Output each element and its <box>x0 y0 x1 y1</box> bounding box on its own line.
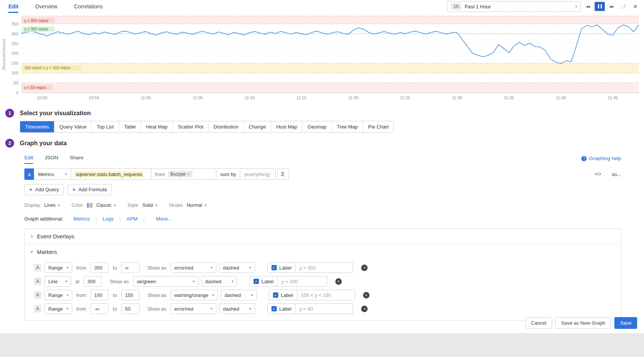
remove-marker-icon[interactable]: × <box>335 278 342 285</box>
marker-severity-select[interactable]: error/red▾ <box>171 262 216 273</box>
remove-scope-icon[interactable]: × <box>187 172 190 176</box>
footer-actions: Cancel Save as New Graph Save <box>525 317 637 329</box>
caret-down-icon: ▾ <box>65 280 67 283</box>
markers-header[interactable]: › Markers <box>25 244 621 260</box>
restart-icon[interactable]: ↺ <box>619 2 628 11</box>
tab-edit[interactable]: Edit <box>8 0 18 13</box>
tab-editor-edit[interactable]: Edit <box>24 155 33 164</box>
marker-to-input[interactable]: 150 <box>121 290 140 300</box>
viz-option-change[interactable]: Change <box>243 121 271 132</box>
graphing-help-link[interactable]: ? Graphing help <box>581 155 621 164</box>
marker-label-toggle[interactable]: ✓ Label <box>269 290 297 300</box>
timeseries-chart[interactable]: 050100150200250300350y > 350 reqs/sy = 3… <box>0 13 644 103</box>
marker-from-input[interactable]: -∞ <box>90 303 109 314</box>
metric-input[interactable]: sqlserver.stats.batch_requests <box>71 168 151 180</box>
caret-down-icon: ▾ <box>251 294 253 297</box>
marker-from-input[interactable]: 350 <box>90 262 109 273</box>
checkbox-checked-icon[interactable]: ✓ <box>254 279 259 284</box>
viz-type-switcher: Timeseries Query Value Top List Table He… <box>20 121 394 133</box>
marker-from-input[interactable]: 100 <box>90 290 109 300</box>
checkbox-checked-icon[interactable]: ✓ <box>273 292 278 298</box>
marker-label-toggle[interactable]: ✓ Label <box>267 303 296 314</box>
marker-row: A Line▾ at 300 Show as ok/green▾ dashed▾ <box>34 276 615 287</box>
query-row: a Metrics ▾ sqlserver.stats.batch_reques… <box>24 168 621 180</box>
viz-option-table[interactable]: Table <box>119 121 141 132</box>
marker-line-style-select[interactable]: dashed▾ <box>201 276 237 287</box>
marker-type-select[interactable]: Range▾ <box>44 303 72 314</box>
data-source-select[interactable]: Metrics ▾ <box>34 168 71 180</box>
caret-down-icon: ▾ <box>67 307 68 311</box>
remove-marker-icon[interactable]: × <box>361 306 368 312</box>
tab-editor-json[interactable]: JSON <box>44 155 58 164</box>
checkbox-checked-icon[interactable]: ✓ <box>271 265 277 270</box>
display-type-select[interactable]: Lines ▾ <box>44 203 60 208</box>
viz-option-heat-map[interactable]: Heat Map <box>141 121 172 132</box>
marker-label-toggle[interactable]: ✓ Label <box>267 262 296 273</box>
marker-to-input[interactable]: ∞ <box>121 262 140 273</box>
viz-option-pie-chart[interactable]: Pie Chart <box>363 121 393 132</box>
marker-severity-select[interactable]: ok/green▾ <box>133 276 198 287</box>
marker-severity-select[interactable]: error/red▾ <box>171 303 216 314</box>
marker-to-input[interactable]: 50 <box>121 303 140 314</box>
viz-option-query-value[interactable]: Query Value <box>54 121 91 132</box>
color-palette-select[interactable]: Classic ▾ <box>87 203 116 208</box>
as-button[interactable]: as... <box>612 171 621 177</box>
caret-down-icon: ▾ <box>232 280 233 283</box>
time-range-picker[interactable]: 1h Past 1 Hour ▾ <box>447 1 581 12</box>
marker-type-select[interactable]: Line▾ <box>44 276 71 287</box>
checkbox-checked-icon[interactable]: ✓ <box>271 306 277 311</box>
page-background-strip <box>0 333 644 357</box>
skip-forward-button[interactable]: ▶▶ <box>607 2 617 11</box>
remove-marker-icon[interactable]: × <box>361 265 368 271</box>
chevron-down-icon: › <box>29 251 35 252</box>
additional-metrics-link[interactable]: Metrics <box>73 216 90 222</box>
marker-line-style-select[interactable]: dashed▾ <box>221 290 257 300</box>
marker-label-input[interactable]: 100 < y < 150 <box>297 290 355 300</box>
add-formula-button[interactable]: + Add Formula <box>68 184 112 195</box>
time-range-label: Past 1 Hour <box>465 4 572 10</box>
cancel-button[interactable]: Cancel <box>525 317 552 329</box>
tab-editor-share[interactable]: Share <box>70 155 83 164</box>
remove-marker-icon[interactable]: × <box>363 292 370 298</box>
viz-option-distribution[interactable]: Distribution <box>208 121 243 132</box>
scope-input[interactable]: from $scope × <box>151 168 216 180</box>
viz-option-geomap[interactable]: Geomap <box>302 121 332 132</box>
marker-label-input[interactable]: y > 350 <box>295 262 353 273</box>
marker-at-input[interactable]: 300 <box>84 276 102 287</box>
viz-option-top-list[interactable]: Top List <box>91 121 119 132</box>
close-icon[interactable]: × <box>630 2 640 11</box>
tab-correlations[interactable]: Correlations <box>74 0 103 13</box>
sigma-button[interactable]: Σ <box>277 168 289 180</box>
event-overlays-header[interactable]: › Event Overlays <box>25 229 621 244</box>
viz-option-timeseries[interactable]: Timeseries <box>20 121 54 132</box>
sum-by-input[interactable]: (everything) <box>240 168 276 180</box>
show-as-label: Show as <box>148 265 167 271</box>
marker-label-input[interactable]: y < 50 <box>295 303 353 314</box>
save-button[interactable]: Save <box>614 317 637 329</box>
marker-type-select[interactable]: Range▾ <box>44 290 72 300</box>
marker-label-toggle[interactable]: ✓ Label <box>249 276 278 287</box>
viz-option-host-map[interactable]: Host Map <box>271 121 302 132</box>
pause-button[interactable] <box>595 2 605 11</box>
marker-severity-select[interactable]: warning/orange▾ <box>171 290 218 300</box>
marker-label-input[interactable]: y = 300 <box>278 276 327 287</box>
tab-overview[interactable]: Overview <box>35 0 57 13</box>
marker-line-style-select[interactable]: dashed▾ <box>219 303 255 314</box>
stroke-select[interactable]: Normal ▾ <box>187 203 206 208</box>
marker-type-select[interactable]: Range▾ <box>44 262 72 273</box>
code-view-icon[interactable]: </> <box>595 171 601 177</box>
add-query-button[interactable]: + Add Query <box>24 184 64 195</box>
svg-text:11:45: 11:45 <box>608 95 618 100</box>
additional-more-link[interactable]: More... <box>156 216 172 222</box>
viz-option-tree-map[interactable]: Tree Map <box>332 121 363 132</box>
skip-backward-button[interactable]: ◀◀ <box>583 2 593 11</box>
save-as-new-graph-button[interactable]: Save as New Graph <box>555 317 611 329</box>
additional-logs-link[interactable]: Logs <box>103 216 114 222</box>
svg-text:11:25: 11:25 <box>400 95 411 100</box>
additional-apm-link[interactable]: APM <box>127 216 138 222</box>
line-style-select[interactable]: Solid ▾ <box>142 203 157 208</box>
visualization-section-title: Select your visualization <box>20 110 91 117</box>
marker-line-style-select[interactable]: dashed▾ <box>219 262 255 273</box>
viz-option-scatter-plot[interactable]: Scatter Plot <box>173 121 208 132</box>
divider: | <box>119 216 121 222</box>
